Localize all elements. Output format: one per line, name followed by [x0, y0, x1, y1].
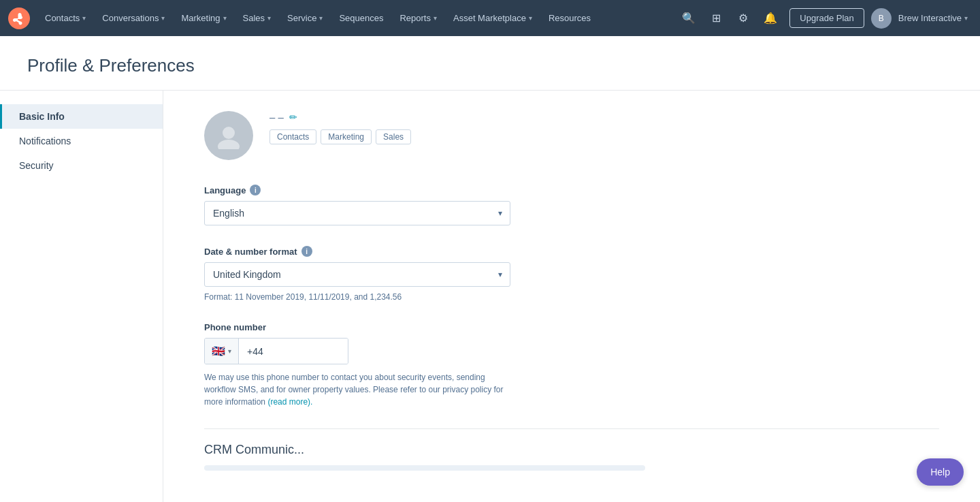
language-info-icon[interactable]: i	[250, 185, 261, 195]
language-select[interactable]: English French German Spanish	[204, 201, 510, 225]
profile-info: – – ✏ Contacts Marketing Sales	[270, 111, 411, 144]
nav-resources[interactable]: Resources	[542, 0, 598, 36]
profile-name: – –	[270, 111, 284, 123]
page-header: Profile & Preferences	[0, 36, 980, 91]
date-format-label: Date & number format i	[204, 246, 510, 257]
language-label: Language i	[204, 185, 510, 195]
sidebar-item-basic-info[interactable]: Basic Info	[0, 104, 163, 129]
nav-reports[interactable]: Reports ▾	[393, 0, 444, 36]
chevron-down-icon: ▾	[529, 14, 532, 22]
nav-contacts[interactable]: Contacts ▾	[38, 0, 93, 36]
grid-icon[interactable]: ⊞	[704, 6, 728, 31]
nav-asset-marketplace[interactable]: Asset Marketplace ▾	[446, 0, 539, 36]
language-field-group: Language i English French German Spanish…	[204, 185, 510, 225]
nav-sequences[interactable]: Sequences	[332, 0, 390, 36]
phone-country-selector[interactable]: 🇬🇧 ▾	[205, 339, 239, 364]
settings-icon[interactable]: ⚙	[731, 6, 755, 31]
tag-contacts: Contacts	[270, 129, 316, 144]
chevron-down-icon: ▾	[319, 14, 323, 22]
sidebar-item-notifications[interactable]: Notifications	[0, 129, 163, 153]
crm-section-title: CRM Communic...	[204, 443, 939, 457]
chevron-down-icon: ▾	[223, 14, 227, 22]
content-area: – – ✏ Contacts Marketing Sales Language …	[163, 91, 980, 502]
format-hint: Format: 11 November 2019, 11/11/2019, an…	[204, 292, 510, 302]
tag-marketing: Marketing	[321, 129, 372, 144]
date-format-select-wrapper: United Kingdom United States Canada Aust…	[204, 262, 510, 287]
bell-icon[interactable]: 🔔	[758, 6, 783, 31]
profile-name-row: – – ✏	[270, 111, 411, 123]
help-button[interactable]: Help	[917, 458, 964, 486]
crm-section-loading-bar	[204, 465, 645, 471]
avatar[interactable]: B	[871, 8, 892, 29]
nav-service[interactable]: Service ▾	[280, 0, 329, 36]
language-select-wrapper: English French German Spanish ▾	[204, 201, 510, 225]
date-format-select[interactable]: United Kingdom United States Canada Aust…	[204, 262, 510, 287]
chevron-down-icon: ▾	[161, 14, 165, 22]
hubspot-logo[interactable]	[8, 7, 30, 29]
main-layout: Basic Info Notifications Security – – ✏ …	[0, 91, 980, 502]
crm-section-peek: CRM Communic...	[204, 428, 939, 471]
phone-field-group: Phone number 🇬🇧 ▾ We may use this phone …	[204, 322, 510, 408]
chevron-down-icon: ▾	[964, 14, 968, 22]
navbar: Contacts ▾ Conversations ▾ Marketing ▾ S…	[0, 0, 980, 36]
search-icon[interactable]: 🔍	[676, 6, 701, 31]
upgrade-plan-button[interactable]: Upgrade Plan	[789, 8, 864, 28]
read-more-link[interactable]: (read more).	[267, 397, 312, 407]
profile-tags: Contacts Marketing Sales	[270, 129, 411, 144]
phone-note: We may use this phone number to contact …	[204, 371, 510, 408]
phone-label: Phone number	[204, 322, 510, 332]
date-format-info-icon[interactable]: i	[301, 246, 312, 257]
profile-avatar	[204, 111, 253, 160]
sidebar: Basic Info Notifications Security	[0, 91, 163, 502]
flag-icon: 🇬🇧	[212, 345, 225, 358]
chevron-down-icon: ▾	[228, 347, 231, 355]
tag-sales: Sales	[376, 129, 411, 144]
date-format-field-group: Date & number format i United Kingdom Un…	[204, 246, 510, 302]
chevron-down-icon: ▾	[82, 14, 86, 22]
username-menu[interactable]: Brew Interactive ▾	[894, 13, 972, 23]
sidebar-item-security[interactable]: Security	[0, 153, 163, 178]
nav-conversations[interactable]: Conversations ▾	[95, 0, 172, 36]
nav-sales[interactable]: Sales ▾	[236, 0, 278, 36]
edit-icon[interactable]: ✏	[289, 112, 297, 123]
svg-point-2	[218, 140, 240, 149]
phone-input-row: 🇬🇧 ▾	[204, 338, 348, 364]
page-title: Profile & Preferences	[27, 55, 953, 76]
profile-section: – – ✏ Contacts Marketing Sales	[204, 111, 939, 160]
svg-point-1	[223, 127, 235, 139]
phone-number-input[interactable]	[239, 339, 348, 364]
chevron-down-icon: ▾	[434, 14, 437, 22]
chevron-down-icon: ▾	[267, 14, 271, 22]
nav-marketing[interactable]: Marketing ▾	[174, 0, 233, 36]
